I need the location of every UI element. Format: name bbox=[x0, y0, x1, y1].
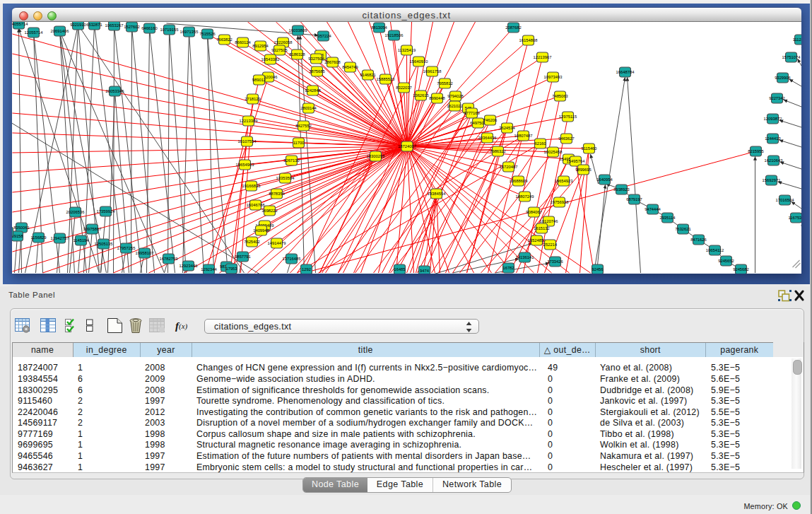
svg-text:12505135: 12505135 bbox=[94, 242, 112, 246]
svg-text:19654923: 19654923 bbox=[554, 179, 572, 183]
svg-text:10543382: 10543382 bbox=[261, 57, 279, 62]
svg-text:12213389: 12213389 bbox=[239, 119, 257, 123]
svg-text:9327505: 9327505 bbox=[271, 48, 288, 52]
svg-text:16971355: 16971355 bbox=[180, 30, 198, 34]
svg-text:10120746: 10120746 bbox=[539, 219, 558, 223]
svg-text:23226058: 23226058 bbox=[273, 40, 292, 45]
svg-text:9227342: 9227342 bbox=[769, 96, 785, 100]
svg-text:18300295: 18300295 bbox=[366, 154, 384, 158]
svg-text:9327508: 9327508 bbox=[308, 57, 324, 61]
svg-text:7632621: 7632621 bbox=[675, 227, 691, 231]
svg-text:9777169: 9777169 bbox=[464, 111, 480, 115]
svg-text:8427552: 8427552 bbox=[295, 124, 312, 128]
svg-text:15751074: 15751074 bbox=[782, 55, 801, 59]
svg-text:16782759: 16782759 bbox=[159, 257, 177, 261]
svg-text:12093872: 12093872 bbox=[763, 117, 782, 121]
svg-text:12055714: 12055714 bbox=[24, 30, 43, 35]
svg-text:6879197: 6879197 bbox=[626, 197, 642, 201]
svg-text:10973493: 10973493 bbox=[543, 75, 562, 79]
svg-text:9321910: 9321910 bbox=[70, 23, 86, 27]
svg-text:8454749: 8454749 bbox=[342, 65, 358, 69]
svg-text:10719155: 10719155 bbox=[160, 28, 178, 32]
svg-text:92456: 92456 bbox=[592, 267, 603, 271]
svg-text:12942757: 12942757 bbox=[50, 236, 69, 240]
svg-text:16210643: 16210643 bbox=[764, 158, 782, 163]
svg-text:19166825: 19166825 bbox=[242, 184, 260, 188]
svg-text:15885520: 15885520 bbox=[376, 77, 394, 81]
svg-text:9245652: 9245652 bbox=[718, 259, 734, 263]
svg-text:8350061: 8350061 bbox=[13, 226, 30, 230]
svg-text:8813054: 8813054 bbox=[371, 25, 387, 30]
svg-text:9463627: 9463627 bbox=[558, 136, 575, 141]
svg-text:8912954: 8912954 bbox=[252, 44, 269, 48]
svg-text:10654112: 10654112 bbox=[705, 248, 723, 252]
svg-text:7955812: 7955812 bbox=[437, 81, 453, 86]
svg-text:9146821: 9146821 bbox=[360, 73, 376, 77]
svg-text:8878354: 8878354 bbox=[269, 192, 285, 196]
svg-text:2718129: 2718129 bbox=[245, 97, 261, 101]
svg-text:2935114: 2935114 bbox=[659, 216, 676, 220]
svg-text:11325419: 11325419 bbox=[397, 48, 415, 52]
svg-text:7515526: 7515526 bbox=[199, 32, 216, 36]
svg-text:8990448: 8990448 bbox=[429, 96, 445, 100]
svg-text:9329906: 9329906 bbox=[775, 76, 791, 80]
svg-text:18724007: 18724007 bbox=[398, 144, 416, 148]
svg-text:10688609: 10688609 bbox=[509, 179, 527, 183]
svg-text:7357224: 7357224 bbox=[315, 34, 331, 38]
svg-text:8471626: 8471626 bbox=[690, 238, 707, 242]
svg-text:1615132: 1615132 bbox=[534, 226, 550, 230]
svg-text:17359924: 17359924 bbox=[96, 209, 115, 214]
svg-text:19384554: 19384554 bbox=[427, 192, 446, 196]
svg-text:16485: 16485 bbox=[394, 267, 405, 271]
svg-text:9794028: 9794028 bbox=[447, 94, 464, 98]
svg-text:15640910: 15640910 bbox=[409, 59, 428, 64]
svg-text:1621022: 1621022 bbox=[447, 104, 463, 108]
svg-text:10025458: 10025458 bbox=[543, 150, 562, 154]
svg-text:8938923: 8938923 bbox=[613, 187, 630, 192]
svg-text:18807249: 18807249 bbox=[515, 194, 534, 199]
svg-text:1145194: 1145194 bbox=[73, 238, 89, 243]
svg-text:9245682: 9245682 bbox=[733, 267, 749, 271]
svg-text:9857791: 9857791 bbox=[235, 255, 251, 259]
svg-text:16782: 16782 bbox=[502, 266, 514, 270]
svg-text:14055714: 14055714 bbox=[12, 22, 28, 26]
svg-text:1112847: 1112847 bbox=[792, 37, 801, 42]
svg-text:13353594: 13353594 bbox=[276, 176, 295, 180]
svg-text:9474: 9474 bbox=[420, 269, 430, 273]
svg-text:9899695: 9899695 bbox=[575, 168, 592, 172]
svg-text:12213967: 12213967 bbox=[533, 55, 551, 59]
svg-text:16648784: 16648784 bbox=[616, 70, 635, 74]
svg-text:10653267: 10653267 bbox=[105, 23, 123, 28]
svg-text:7663822: 7663822 bbox=[216, 37, 233, 42]
svg-text:3267130: 3267130 bbox=[283, 158, 300, 163]
svg-text:10107554: 10107554 bbox=[237, 139, 257, 144]
svg-text:1292344: 1292344 bbox=[201, 267, 217, 271]
svg-text:11700: 11700 bbox=[293, 141, 304, 145]
svg-text:13716485: 13716485 bbox=[282, 257, 300, 261]
svg-text:746206: 746206 bbox=[483, 118, 496, 122]
svg-text:7485063: 7485063 bbox=[552, 94, 568, 98]
svg-text:15720407: 15720407 bbox=[499, 165, 517, 169]
svg-text:7986322: 7986322 bbox=[490, 149, 506, 153]
svg-text:39158: 39158 bbox=[12, 234, 23, 238]
svg-text:15692971: 15692971 bbox=[762, 178, 780, 182]
svg-text:2867608: 2867608 bbox=[324, 60, 341, 64]
svg-text:1156829: 1156829 bbox=[30, 235, 46, 240]
svg-text:12923446: 12923446 bbox=[179, 264, 197, 268]
svg-text:16961758: 16961758 bbox=[423, 69, 441, 74]
svg-text:16154808: 16154808 bbox=[519, 38, 537, 42]
svg-text:3698222: 3698222 bbox=[261, 209, 278, 213]
svg-text:62160: 62160 bbox=[534, 141, 546, 146]
svg-text:9242848: 9242848 bbox=[305, 88, 321, 93]
svg-text:1640954: 1640954 bbox=[596, 177, 613, 182]
svg-text:19756928: 19756928 bbox=[550, 200, 568, 204]
svg-text:14914479: 14914479 bbox=[267, 241, 286, 245]
svg-text:252214: 252214 bbox=[543, 243, 557, 247]
svg-text:9084067: 9084067 bbox=[526, 210, 542, 214]
svg-text:19958107: 19958107 bbox=[135, 251, 153, 255]
svg-text:1733426: 1733426 bbox=[547, 259, 563, 264]
svg-text:1362615: 1362615 bbox=[413, 93, 429, 98]
svg-text:2803144: 2803144 bbox=[300, 106, 317, 110]
svg-text:(x): (x) bbox=[179, 322, 188, 331]
svg-text:8322037: 8322037 bbox=[396, 86, 412, 90]
